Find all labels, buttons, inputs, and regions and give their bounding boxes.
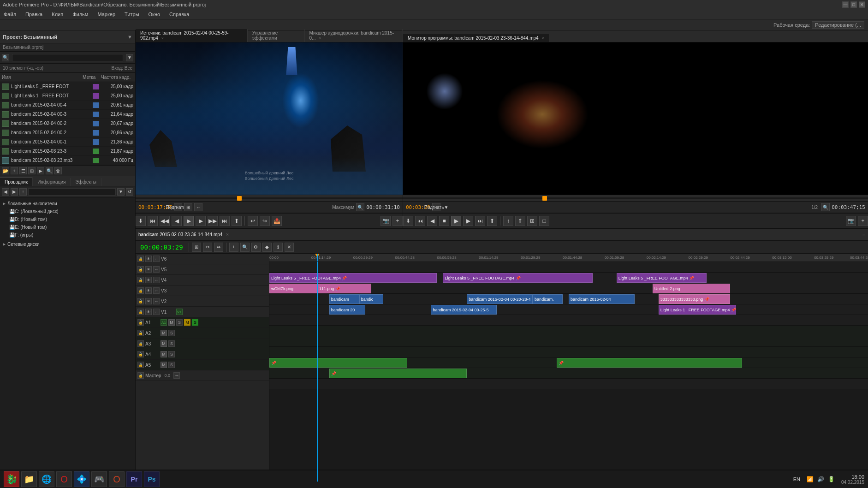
taskbar-folder[interactable]: 📁 bbox=[21, 471, 37, 487]
tab-program[interactable]: Монитор программы: bandicam 2015-02-03 2… bbox=[403, 34, 549, 42]
solo-a5[interactable]: S bbox=[168, 362, 175, 368]
menu-file[interactable]: Файл bbox=[2, 11, 18, 18]
track-v2-row[interactable]: bandicam 20 bandicam 2015-02-04 00-25-5 … bbox=[269, 304, 868, 315]
track-lock-a5[interactable]: 🔒 bbox=[137, 362, 144, 368]
zoom-icon[interactable]: 🔍 bbox=[821, 203, 830, 211]
timeline-options-icon[interactable]: ≡ bbox=[862, 232, 865, 238]
clip-v4-3[interactable]: Untitled-2.png bbox=[653, 284, 731, 293]
stop-btn[interactable]: ■ bbox=[439, 216, 449, 226]
target-v1[interactable]: V1 bbox=[176, 309, 183, 315]
tab-effects[interactable]: Эффекты bbox=[71, 178, 101, 186]
solo-a4[interactable]: S bbox=[168, 351, 175, 357]
track-lock-v2[interactable]: 🔒 bbox=[137, 298, 144, 304]
delete-icon[interactable]: 🗑 bbox=[54, 167, 62, 174]
clip-a5-1[interactable]: 📌 bbox=[329, 369, 467, 378]
clip-v2-1[interactable]: bandicam 20 bbox=[329, 305, 365, 315]
tab-source[interactable]: Источник: bandicam 2015-02-04 00-25-59-9… bbox=[136, 29, 248, 42]
track-sync-v2[interactable]: ↔ bbox=[153, 298, 160, 304]
marker-btn[interactable]: ◆ bbox=[262, 243, 272, 252]
list-item[interactable]: Light Leaks 5 _FREE FOOT 25,00 кадр bbox=[0, 82, 135, 91]
overwrite-icon[interactable]: ↪ bbox=[260, 216, 270, 226]
explorer-nav-back[interactable]: ◀ bbox=[2, 188, 9, 196]
extract-btn[interactable]: ⇑ bbox=[515, 216, 525, 226]
explorer-filter[interactable]: ▼ bbox=[117, 188, 125, 196]
mute-a2[interactable]: M bbox=[161, 330, 167, 336]
track-a4-row[interactable]: 📌 📌 bbox=[269, 357, 868, 368]
taskbar-opera2[interactable]: O bbox=[109, 471, 125, 487]
menu-titles[interactable]: Титры bbox=[123, 11, 141, 18]
track-sync-v5[interactable]: ↔ bbox=[153, 266, 160, 273]
clip-v4-1[interactable]: wCMZk.png bbox=[269, 284, 317, 293]
step-next-icon[interactable]: ▶ bbox=[196, 216, 206, 226]
step-back-btn[interactable]: ⏮ bbox=[415, 216, 425, 226]
clip-a4-1[interactable]: 📌 bbox=[269, 358, 407, 368]
program-scrubber-thumb[interactable] bbox=[542, 196, 547, 201]
menu-help[interactable]: Справка bbox=[167, 11, 191, 18]
step-prev-icon[interactable]: ◀ bbox=[172, 216, 182, 226]
play-back-icon[interactable]: ◀◀ bbox=[160, 216, 170, 226]
track-eye-v4[interactable]: 👁 bbox=[145, 277, 152, 283]
delete-btn[interactable]: ✕ bbox=[285, 243, 294, 252]
project-collapse-icon[interactable]: ▼ bbox=[127, 34, 132, 40]
solo-a3[interactable]: S bbox=[168, 340, 175, 347]
clip-v5-2[interactable]: Light Leaks 5 _FREE FOOTAGE.mp4 📌 bbox=[443, 273, 593, 283]
list-item[interactable]: bandicam 2015-02-04 00-1 21,36 кадр bbox=[0, 137, 135, 147]
mute-a3[interactable]: M bbox=[161, 340, 167, 347]
track-lock-a4[interactable]: 🔒 bbox=[137, 351, 144, 357]
list-item[interactable]: bandicam 2015-02-03 23-3 21,87 кадр bbox=[0, 147, 135, 156]
step-fwd-btn[interactable]: ▶ bbox=[463, 216, 473, 226]
lift-btn[interactable]: ↑ bbox=[503, 216, 513, 226]
clip-v5-3[interactable]: Light Leaks 5 _FREE FOOTAGE.mp4 📌 bbox=[617, 273, 707, 283]
taskbar-game1[interactable]: 💠 bbox=[74, 471, 89, 487]
mute-a4[interactable]: M bbox=[161, 351, 167, 357]
add-marker2-btn[interactable]: + bbox=[858, 216, 868, 226]
mark-in-btn[interactable]: ⬇ bbox=[403, 216, 413, 226]
filter-btn[interactable]: ▼ bbox=[126, 54, 133, 61]
source-close-icon[interactable]: × bbox=[161, 36, 164, 41]
source-scrubber[interactable] bbox=[136, 195, 403, 201]
track-eye-v2[interactable]: 👁 bbox=[145, 298, 152, 304]
project-search-input[interactable] bbox=[12, 54, 123, 61]
step-prev-btn[interactable]: ◀ bbox=[427, 216, 437, 226]
explorer-drive-d[interactable]: 💾 D: (Новый том) bbox=[2, 215, 133, 223]
clip-v4-2[interactable]: 111.png 📌 bbox=[317, 284, 371, 293]
menu-window[interactable]: Окно bbox=[147, 11, 162, 18]
clip-v3-5[interactable]: bandicam 2015-02-04 bbox=[569, 294, 635, 304]
track-eye-v1[interactable]: 👁 bbox=[145, 309, 152, 315]
source-link-icon[interactable]: ↔ bbox=[194, 203, 202, 211]
zoom-in-btn[interactable]: 🔍 bbox=[240, 243, 250, 252]
play-button[interactable]: ▶ bbox=[184, 216, 194, 226]
track-sync-v1[interactable]: ↔ bbox=[153, 309, 160, 315]
track-sync-v4[interactable]: ↔ bbox=[153, 277, 160, 283]
clip-v3-1[interactable]: bandicam bbox=[329, 294, 359, 304]
list-item[interactable]: bandicam 2015-02-04 00-4 20,61 кадр bbox=[0, 101, 135, 110]
mute-a1[interactable]: M bbox=[168, 319, 175, 326]
track-lock-a2[interactable]: 🔒 bbox=[137, 330, 144, 336]
tab-info[interactable]: Информация bbox=[33, 178, 71, 186]
menu-film[interactable]: Фильм bbox=[71, 11, 90, 18]
tab-audio-mixer[interactable]: Микшер аудиодорожки: bandicam 2015-0... … bbox=[305, 29, 403, 42]
zoom-icon[interactable]: 🔍 bbox=[356, 203, 364, 211]
menu-marker[interactable]: Маркер bbox=[95, 11, 117, 18]
search-icon[interactable]: 🔍 bbox=[2, 54, 9, 61]
program-close-icon[interactable]: × bbox=[541, 36, 544, 41]
camera-icon[interactable]: 📷 bbox=[380, 216, 391, 226]
step-fwd2-btn[interactable]: ⏭ bbox=[475, 216, 485, 226]
timeline-tab[interactable]: bandicam 2015-02-03 23-36-14-844.mp4 bbox=[138, 232, 222, 237]
close-button[interactable]: ✕ bbox=[859, 1, 865, 8]
export-icon[interactable]: 📤 bbox=[272, 216, 282, 226]
track-lock-v4[interactable]: 🔒 bbox=[137, 277, 144, 283]
new-bin-icon[interactable]: 📂 bbox=[2, 167, 9, 174]
camera2-btn[interactable]: 📷 bbox=[846, 216, 856, 226]
timeline-tab-close[interactable]: × bbox=[226, 232, 229, 237]
tab-effect-controls[interactable]: Управление эффектами bbox=[248, 29, 305, 42]
solo-a1[interactable]: S bbox=[176, 319, 183, 326]
local-drives-section[interactable]: ▶ Локальные накопители bbox=[2, 199, 133, 208]
solo-a2[interactable]: S bbox=[168, 330, 175, 336]
mark-out-btn[interactable]: ⬆ bbox=[487, 216, 497, 226]
source-fit-dropdown[interactable]: Подгнать ▼ bbox=[174, 203, 182, 211]
tab-explorer[interactable]: Проводник bbox=[0, 178, 33, 186]
track-eye-v3[interactable]: 👁 bbox=[145, 287, 152, 294]
program-fit-dropdown[interactable]: Подгнать ▼ bbox=[432, 203, 440, 211]
taskbar-unknown[interactable]: 🎮 bbox=[91, 471, 107, 487]
